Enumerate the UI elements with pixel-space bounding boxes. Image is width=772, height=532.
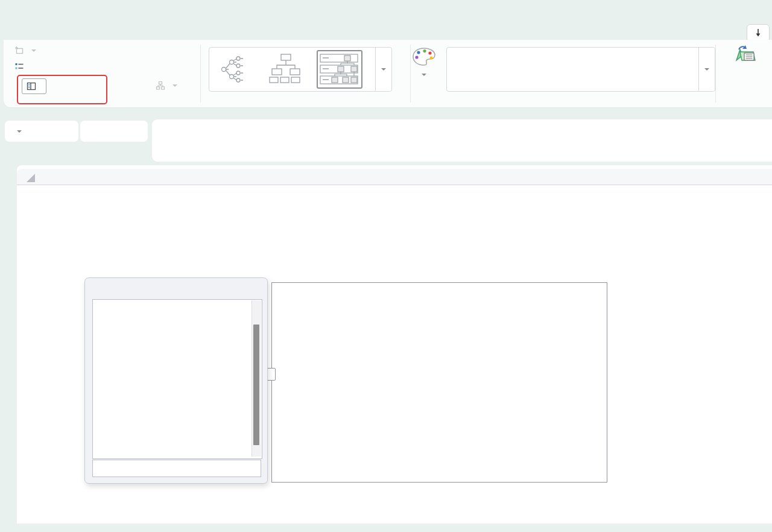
smartart-selection-frame[interactable] [271, 282, 607, 483]
text-pane-scrollbar[interactable] [252, 300, 261, 457]
add-shape-icon [14, 46, 24, 55]
text-pane-icon [27, 81, 36, 91]
layout-thumb-org-chart[interactable] [265, 51, 307, 88]
layout-button[interactable] [156, 81, 177, 90]
add-bullet-button[interactable] [14, 62, 28, 71]
change-colors-button[interactable] [405, 47, 443, 78]
group-divider [715, 45, 716, 103]
formula-buttons [80, 121, 148, 142]
chevron-down-icon [422, 74, 426, 76]
reset-graphic-button[interactable] [725, 45, 765, 67]
layouts-gallery-more-button[interactable] [375, 48, 391, 91]
ribbon-tab-bar [0, 14, 11, 40]
text-pane-footer [92, 460, 261, 477]
select-all-corner[interactable] [27, 174, 35, 182]
reset-graphic-icon [734, 45, 756, 64]
add-shape-button[interactable] [14, 46, 36, 55]
layout-icon [156, 81, 165, 90]
layout-thumb-horizontal[interactable] [214, 51, 255, 87]
smartart-styles-gallery [446, 47, 715, 92]
layouts-gallery [209, 47, 392, 92]
chevron-down-icon [17, 130, 22, 133]
chevron-down-icon [381, 68, 386, 71]
layout-thumb-horizontal-icon [215, 52, 254, 86]
chevron-down-icon [704, 68, 709, 71]
smartart-text-pane [84, 277, 268, 484]
excel-window [0, 0, 772, 532]
group-divider [200, 45, 201, 103]
layout-thumb-labeled-hierarchy[interactable] [317, 50, 362, 89]
palette-icon [411, 47, 437, 68]
formula-bar-input[interactable] [152, 119, 772, 162]
text-pane-button[interactable] [22, 78, 46, 94]
cursor-icon [755, 28, 762, 38]
ribbon [4, 40, 772, 107]
layout-thumb-org-chart-icon [266, 52, 306, 87]
add-bullet-icon [14, 62, 24, 71]
layout-thumb-labeled-hierarchy-icon [318, 51, 361, 87]
text-pane-list[interactable] [92, 299, 262, 459]
chevron-down-icon [31, 49, 36, 52]
chevron-down-icon [172, 84, 177, 87]
name-box[interactable] [5, 121, 78, 142]
styles-gallery-more-button[interactable] [698, 48, 715, 91]
scrollbar-thumb[interactable] [253, 325, 259, 445]
column-header-strip [17, 169, 772, 185]
